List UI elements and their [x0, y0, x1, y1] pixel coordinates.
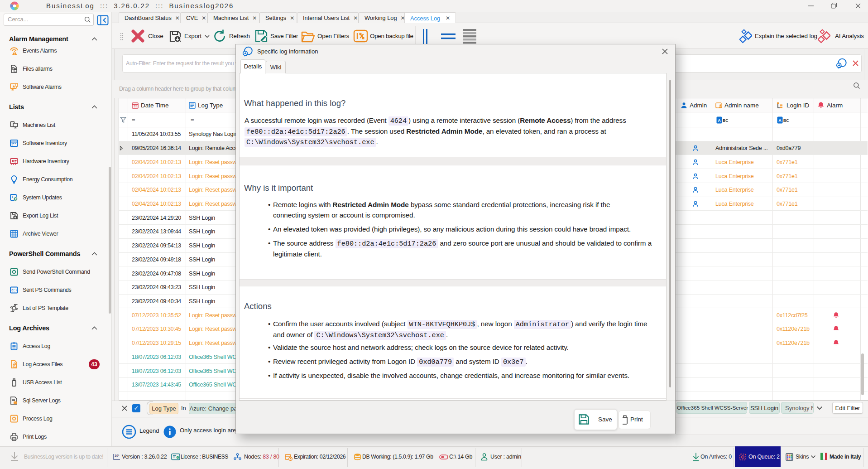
svg-text:10³: 10³ [115, 454, 120, 457]
svg-text:BC: BC [783, 118, 789, 123]
svg-text:BC: BC [723, 118, 728, 123]
svg-text:A: A [778, 118, 782, 123]
svg-text:A: A [718, 118, 721, 123]
svg-text:C:\: C:\ [11, 289, 18, 292]
